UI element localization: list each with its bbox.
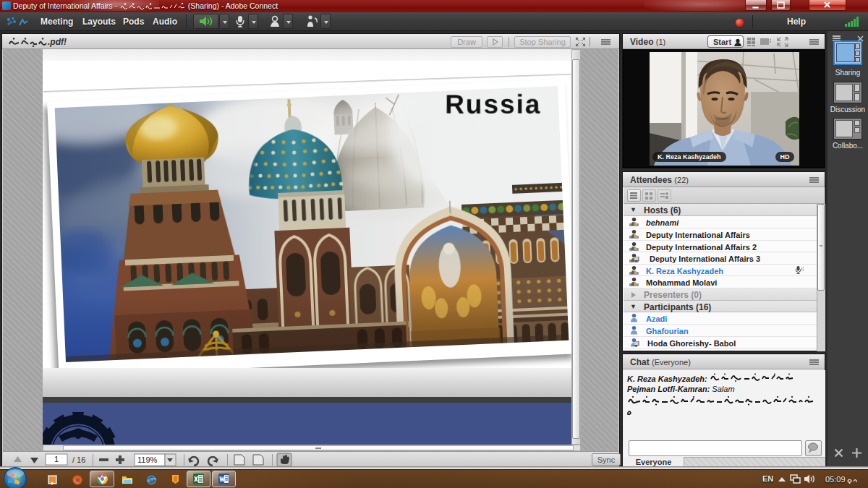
svg-text:1: 1	[54, 455, 59, 463]
svg-text:.pdf!: .pdf!	[48, 37, 67, 47]
svg-text:/ 16: / 16	[72, 455, 85, 464]
svg-text:119%: 119%	[137, 455, 158, 464]
